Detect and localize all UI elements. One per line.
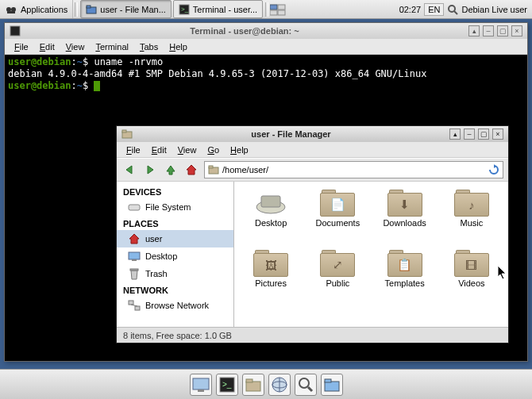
folder-label: Music: [461, 218, 484, 228]
folder-icon: 📄: [320, 190, 355, 217]
terminal-cursor: [94, 81, 100, 91]
terminal-icon: [10, 25, 21, 36]
forward-button[interactable]: [142, 162, 158, 178]
dock-show-desktop[interactable]: [190, 374, 212, 396]
folder-music[interactable]: ♪ Music: [438, 190, 505, 250]
terminal-icon: >_: [179, 4, 190, 15]
filemanager-titlebar[interactable]: user - File Manager ▴ – ▢ ×: [117, 126, 508, 142]
top-panel: Applications user - File Man... >_ Termi…: [0, 0, 532, 19]
svg-rect-22: [129, 301, 133, 305]
folder-icon: ⬇: [387, 190, 422, 217]
minimize-button[interactable]: –: [483, 25, 494, 36]
home-button[interactable]: [183, 162, 199, 178]
home-icon: [128, 232, 141, 245]
taskbar-item-terminal[interactable]: >_ Terminal - user...: [173, 0, 263, 18]
menu-tabs[interactable]: Tabs: [135, 40, 163, 53]
folder-downloads[interactable]: ⬇ Downloads: [372, 190, 438, 250]
keyboard-layout[interactable]: EN: [424, 3, 444, 16]
svg-rect-28: [198, 389, 204, 392]
folder-icon: ♪: [454, 190, 489, 217]
close-button[interactable]: ×: [511, 25, 522, 36]
taskbar-label: user - File Man...: [100, 5, 166, 14]
desktop-icon: [128, 250, 141, 263]
dock-filemanager[interactable]: [242, 374, 264, 396]
clock[interactable]: 02:27: [399, 5, 422, 14]
dock-home[interactable]: [321, 374, 343, 396]
folder-templates[interactable]: 📋 Templates: [372, 250, 438, 310]
folder-documents[interactable]: 📄 Documents: [304, 190, 371, 250]
mouse-cursor: [497, 265, 508, 281]
menu-view[interactable]: View: [61, 40, 90, 53]
menu-file[interactable]: File: [121, 144, 145, 156]
sidebar-label: user: [145, 234, 162, 244]
taskbar-item-filemanager[interactable]: user - File Man...: [80, 0, 172, 18]
filemanager-toolbar: [117, 158, 508, 182]
svg-point-11: [449, 6, 455, 12]
menu-go[interactable]: Go: [202, 144, 224, 156]
user-menu[interactable]: Debian Live user: [461, 5, 527, 14]
refresh-icon[interactable]: [488, 164, 499, 175]
folder-desktop[interactable]: Desktop: [237, 190, 304, 250]
workspace-switcher[interactable]: [270, 3, 286, 16]
sidebar-item-trash[interactable]: Trash: [117, 265, 233, 282]
menu-edit[interactable]: Edit: [147, 144, 172, 156]
folder-label: Templates: [385, 278, 425, 288]
applications-menu[interactable]: Applications: [0, 0, 73, 18]
close-button[interactable]: ×: [492, 129, 503, 140]
terminal-titlebar[interactable]: Terminal - user@debian: ~ ▴ – ▢ ×: [5, 23, 527, 39]
sidebar-item-desktop[interactable]: Desktop: [117, 247, 233, 265]
filemanager-menubar: File Edit View Go Help: [117, 142, 508, 158]
folder-label: Videos: [458, 278, 484, 288]
folder-videos[interactable]: 🎞 Videos: [438, 250, 505, 310]
menu-view[interactable]: View: [173, 144, 202, 156]
sidebar-item-network[interactable]: Browse Network: [117, 297, 233, 314]
menu-edit[interactable]: Edit: [35, 40, 60, 53]
dock-appfinder[interactable]: [295, 374, 317, 396]
svg-rect-13: [10, 26, 20, 36]
folder-label: Documents: [316, 218, 360, 228]
svg-rect-27: [193, 378, 209, 389]
menu-help[interactable]: Help: [226, 144, 253, 156]
separator: [265, 2, 268, 17]
shade-button[interactable]: ▴: [449, 129, 461, 140]
up-button[interactable]: [163, 162, 179, 178]
svg-text:>_: >_: [181, 6, 189, 13]
terminal-menubar: File Edit View Terminal Tabs Help: [5, 39, 527, 55]
svg-rect-9: [270, 10, 277, 15]
back-button[interactable]: [121, 162, 137, 178]
minimize-button[interactable]: –: [464, 129, 475, 140]
devices-heading: DEVICES: [117, 184, 233, 198]
dock-browser[interactable]: [268, 374, 291, 396]
svg-rect-18: [129, 205, 140, 210]
maximize-button[interactable]: ▢: [478, 129, 489, 140]
svg-rect-32: [246, 379, 253, 382]
svg-rect-8: [278, 5, 285, 10]
folder-public[interactable]: ⤢ Public: [304, 250, 371, 310]
maximize-button[interactable]: ▢: [497, 25, 508, 36]
separator: [75, 2, 78, 17]
sidebar-item-user[interactable]: user: [117, 230, 233, 247]
sidebar-label: Browse Network: [145, 301, 209, 310]
svg-line-12: [454, 11, 457, 14]
network-icon: [128, 299, 141, 312]
folder-label: Pictures: [255, 278, 287, 288]
dock-terminal[interactable]: >_: [216, 374, 238, 396]
menu-file[interactable]: File: [10, 40, 33, 53]
folder-icon: [208, 164, 219, 175]
menu-terminal[interactable]: Terminal: [91, 40, 133, 53]
folder-pictures[interactable]: 🖼 Pictures: [237, 250, 304, 310]
svg-rect-39: [325, 379, 331, 382]
svg-line-37: [308, 387, 312, 391]
sidebar-item-filesystem[interactable]: File System: [117, 198, 233, 216]
shade-button[interactable]: ▴: [468, 25, 480, 36]
svg-rect-31: [246, 382, 260, 391]
icon-view[interactable]: Desktop 📄 Documents ⬇ Downloads ♪ Music …: [234, 182, 508, 327]
svg-rect-23: [135, 306, 140, 310]
places-heading: PLACES: [117, 216, 233, 230]
window-title: user - File Manager: [133, 129, 449, 139]
sidebar: DEVICES File System PLACES user Desktop …: [117, 182, 234, 327]
search-icon[interactable]: [447, 4, 458, 15]
folder-label: Downloads: [383, 218, 426, 228]
path-input[interactable]: [222, 165, 485, 175]
menu-help[interactable]: Help: [164, 40, 192, 53]
